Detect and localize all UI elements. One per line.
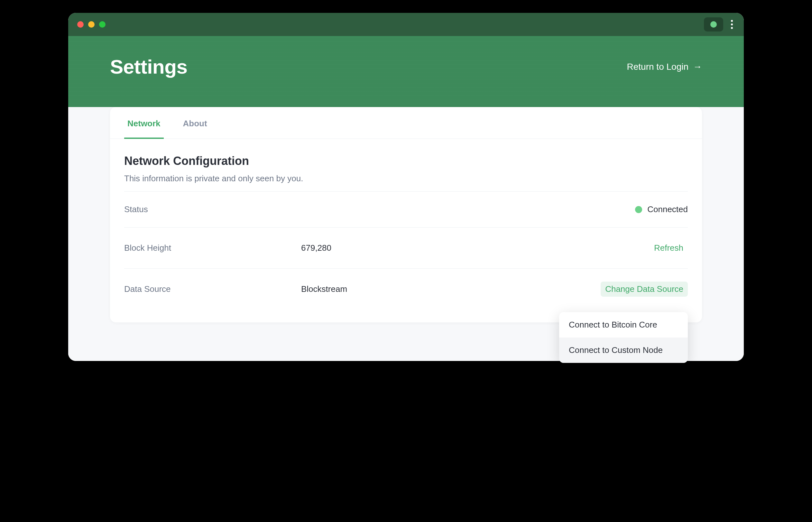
close-window-button[interactable]	[77, 21, 84, 28]
section-title: Network Configuration	[124, 154, 688, 168]
kebab-dot-icon	[731, 23, 733, 25]
return-link-label: Return to Login	[627, 62, 689, 72]
content-wrapper: Network About Network Configuration This…	[68, 107, 744, 361]
section-subtitle: This information is private and only see…	[124, 174, 688, 183]
data-source-row: Data Source Blockstream Change Data Sour…	[124, 268, 688, 309]
titlebar	[68, 13, 744, 36]
settings-body: Network Configuration This information i…	[110, 139, 702, 309]
data-source-value: Blockstream	[301, 284, 601, 294]
dropdown-item-bitcoin-core[interactable]: Connect to Bitcoin Core	[559, 312, 688, 338]
arrow-right-icon: →	[693, 62, 702, 72]
status-dot-icon	[635, 206, 642, 213]
tab-about[interactable]: About	[180, 107, 210, 139]
minimize-window-button[interactable]	[88, 21, 95, 28]
tabs: Network About	[110, 107, 702, 139]
status-indicator: Connected	[635, 204, 688, 214]
status-dot-icon	[710, 21, 717, 28]
data-source-label: Data Source	[124, 284, 301, 294]
change-data-source-button[interactable]: Change Data Source	[601, 282, 688, 297]
app-window: Settings Return to Login → Network About…	[68, 13, 744, 361]
status-row: Status Connected	[124, 191, 688, 227]
block-height-label: Block Height	[124, 243, 301, 253]
page-title: Settings	[110, 55, 188, 78]
block-height-value: 679,280	[301, 243, 650, 253]
status-label: Status	[124, 204, 301, 214]
status-value: Connected	[647, 204, 688, 214]
return-to-login-link[interactable]: Return to Login →	[627, 62, 702, 72]
kebab-dot-icon	[731, 20, 733, 22]
kebab-dot-icon	[731, 27, 733, 29]
dropdown-item-custom-node[interactable]: Connect to Custom Node	[559, 338, 688, 363]
maximize-window-button[interactable]	[99, 21, 105, 28]
block-height-row: Block Height 679,280 Refresh	[124, 227, 688, 268]
traffic-lights	[77, 21, 105, 28]
settings-card: Network About Network Configuration This…	[110, 107, 702, 322]
header-top: Settings Return to Login →	[110, 55, 702, 78]
connection-status-pill[interactable]	[704, 17, 723, 32]
data-source-dropdown: Connect to Bitcoin Core Connect to Custo…	[559, 312, 688, 363]
tab-network[interactable]: Network	[124, 107, 164, 139]
refresh-button[interactable]: Refresh	[650, 240, 688, 256]
more-menu-button[interactable]	[729, 18, 735, 31]
titlebar-right	[704, 17, 735, 32]
